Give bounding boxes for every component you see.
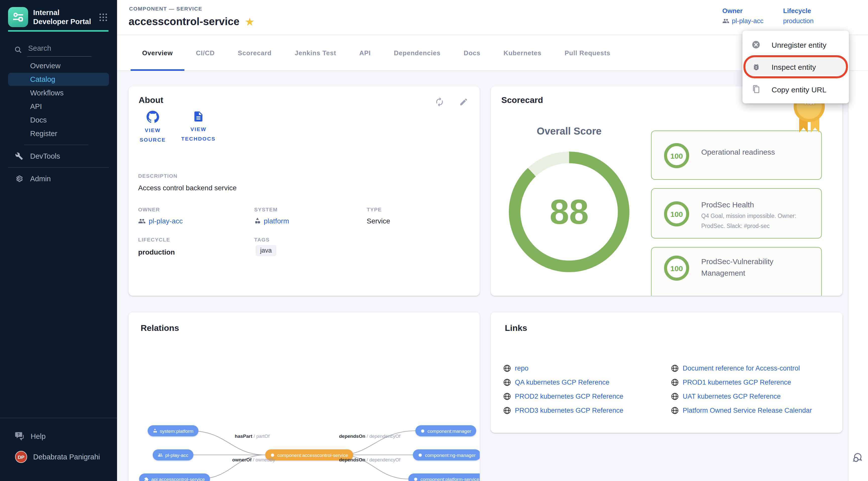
github-icon: [146, 110, 159, 124]
tab-overview[interactable]: Overview: [131, 35, 184, 70]
tab-api[interactable]: API: [348, 35, 382, 70]
view-techdocs-label: VIEWTECHDOCS: [181, 125, 216, 143]
view-source-link[interactable]: VIEWSOURCE: [129, 110, 177, 145]
pencil-icon: [459, 97, 468, 106]
refresh-button[interactable]: [434, 96, 445, 107]
score-badge: 100: [664, 143, 689, 168]
graph-node-component-manager[interactable]: component:manager: [415, 425, 476, 436]
lifecycle-label: Lifecycle: [783, 7, 813, 14]
overall-score-value: 88: [509, 152, 629, 272]
sidebar-item-api[interactable]: API: [8, 100, 109, 113]
system-field-link[interactable]: platform: [254, 217, 289, 225]
menu-item-label: Unregister entity: [772, 40, 826, 49]
sidebar-item-label: Register: [30, 130, 57, 137]
edge-label: dependsOn / dependencyOf: [339, 457, 400, 462]
search-input[interactable]: [27, 42, 91, 57]
chip-icon: [270, 453, 275, 457]
link-prod1-kubernetes[interactable]: PROD1 kubernetes GCP Reference: [671, 379, 791, 386]
sidebar-search[interactable]: [14, 42, 94, 57]
brand-logo-icon: [8, 7, 28, 27]
help-label: Help: [31, 432, 46, 440]
chat-widget-button[interactable]: [853, 452, 865, 465]
view-techdocs-link[interactable]: VIEWTECHDOCS: [174, 110, 222, 143]
edit-button[interactable]: [458, 96, 469, 107]
link-prod3-kubernetes[interactable]: PROD3 kubernetes GCP Reference: [503, 407, 623, 414]
type-field-value: Service: [367, 217, 390, 225]
score-item[interactable]: 100 ProdSec Health Q4 Goal, mission impo…: [651, 188, 822, 238]
entity-context-menu: Unregister entity Inspect entity Copy en…: [742, 31, 849, 103]
link-prod2-kubernetes[interactable]: PROD2 kubernetes GCP Reference: [503, 393, 623, 400]
system-icon: [153, 428, 157, 433]
globe-icon: [671, 407, 679, 414]
circle-x-icon: [751, 40, 761, 49]
breadcrumb: COMPONENT — SERVICE: [129, 5, 202, 11]
entity-header: COMPONENT — SERVICE accesscontrol-servic…: [117, 0, 868, 35]
page-title: accesscontrol-service ★: [129, 15, 254, 28]
brand[interactable]: Internal Developer Portal: [8, 7, 108, 27]
link-repo[interactable]: repo: [503, 364, 528, 372]
apps-grid-icon[interactable]: [99, 13, 107, 21]
score-label: ProdSec-Vulnerability Management: [701, 256, 814, 279]
tags-field-label: TAGS: [254, 236, 270, 243]
tab-pull-requests[interactable]: Pull Requests: [553, 35, 622, 70]
sidebar-item-docs[interactable]: Docs: [8, 114, 109, 127]
app-window: Internal Developer Portal Overview Catal…: [0, 0, 868, 481]
sidebar-item-catalog[interactable]: Catalog: [8, 73, 109, 86]
tab-cicd[interactable]: CI/CD: [184, 35, 226, 70]
graph-node-pl-play-acc[interactable]: pl-play-acc: [153, 449, 193, 460]
chip-icon: [418, 453, 423, 457]
tab-label: Scorecard: [238, 49, 272, 57]
score-badge: 100: [664, 256, 689, 281]
score-item[interactable]: 100 Operational readiness: [651, 131, 822, 180]
sidebar-item-overview[interactable]: Overview: [8, 59, 109, 72]
gear-icon: [15, 175, 23, 183]
tab-kubernetes[interactable]: Kubernetes: [492, 35, 553, 70]
sidebar-item-admin[interactable]: Admin: [8, 172, 109, 185]
owner-field-label: OWNER: [138, 206, 160, 213]
score-subtitle: Q4 Goal, mission impossible. Owner: Prod…: [701, 211, 816, 231]
tab-docs[interactable]: Docs: [452, 35, 492, 70]
owner-value: pl-play-acc: [732, 17, 764, 25]
menu-item-inspect-entity[interactable]: Inspect entity: [746, 58, 845, 76]
sidebar-item-help[interactable]: ? Help: [15, 432, 46, 440]
tab-label: Docs: [464, 49, 480, 57]
tab-dependencies[interactable]: Dependencies: [382, 35, 452, 70]
score-item[interactable]: 100 ProdSec-Vulnerability Management: [651, 247, 822, 296]
system-field-label: SYSTEM: [254, 206, 278, 213]
link-qa-kubernetes[interactable]: QA kubernetes GCP Reference: [503, 379, 609, 386]
brand-accent-divider: [8, 30, 108, 32]
link-uat-kubernetes[interactable]: UAT kubernetes GCP Reference: [671, 393, 781, 400]
sidebar-item-label: Admin: [30, 175, 51, 183]
graph-node-component-platform-service[interactable]: component:platform-service: [408, 474, 480, 481]
graph-node-component-ng-manager[interactable]: component:ng-manager: [413, 449, 480, 460]
globe-icon: [503, 364, 511, 372]
sidebar-item-workflows[interactable]: Workflows: [8, 86, 109, 99]
scorecard-title: Scorecard: [501, 95, 543, 105]
scroll-gutter[interactable]: [848, 0, 868, 481]
tab-scorecard[interactable]: Scorecard: [226, 35, 283, 70]
tag-chip[interactable]: java: [256, 245, 276, 256]
owner-link[interactable]: pl-play-acc: [722, 17, 764, 25]
group-icon: [138, 218, 146, 224]
tab-jenkins-test[interactable]: Jenkins Test: [283, 35, 348, 70]
svg-text:?: ?: [17, 432, 20, 437]
owner-field-link[interactable]: pl-play-acc: [138, 217, 183, 225]
refresh-icon: [434, 97, 444, 107]
graph-node-api-accesscontrol-service[interactable]: api:accesscontrol-service: [139, 474, 210, 481]
type-field-label: TYPE: [367, 206, 382, 213]
sidebar-item-devtools[interactable]: DevTools: [8, 150, 109, 163]
globe-icon: [503, 393, 511, 400]
menu-item-unregister-entity[interactable]: Unregister entity: [742, 36, 849, 54]
sidebar-item-label: Catalog: [30, 75, 55, 83]
sidebar-item-register[interactable]: Register: [8, 127, 109, 140]
favorite-star-icon[interactable]: ★: [245, 17, 254, 26]
link-document-reference[interactable]: Document reference for Access-control: [671, 364, 800, 372]
link-release-calendar[interactable]: Platform Owned Service Release Calendar: [671, 407, 812, 414]
sidebar-item-label: Workflows: [30, 89, 64, 97]
sidebar-user[interactable]: DP Debabrata Panigrahi: [15, 451, 100, 463]
tab-label: API: [359, 49, 371, 57]
chip-icon: [413, 477, 418, 481]
about-card: About VIEWSOURCE VIEWTECHDOCS DESCRIPTIO…: [129, 86, 480, 296]
menu-item-copy-entity-url[interactable]: Copy entity URL: [742, 80, 849, 98]
graph-node-system-platform[interactable]: system:platform: [148, 425, 198, 436]
